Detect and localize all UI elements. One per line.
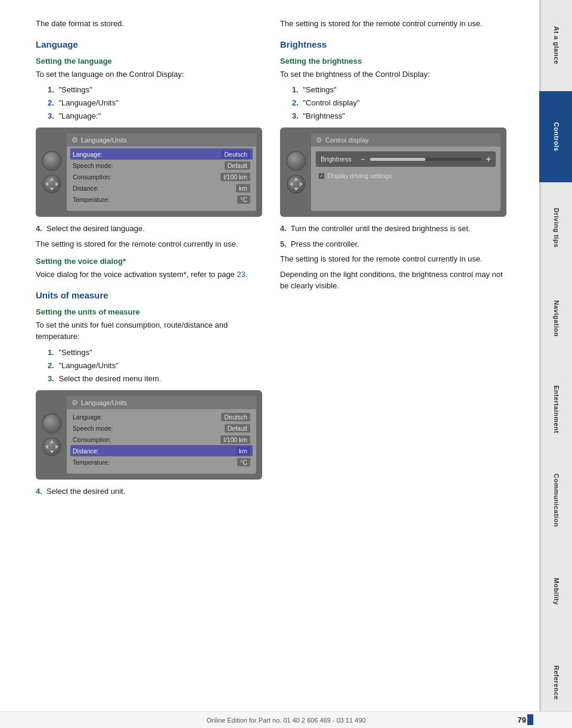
step-num: 1.	[48, 348, 54, 357]
screen-content-2: ⚙ Language/Units Language: Deutsch Speec…	[67, 396, 256, 474]
controller-left-3	[286, 133, 306, 211]
page-number-area: 79	[518, 714, 533, 725]
row-value: Default	[225, 424, 250, 433]
step-num: 1.	[48, 85, 54, 94]
arrow-down-icon	[49, 450, 54, 453]
screen-header: ⚙ Language/Units	[67, 133, 256, 147]
row-label: Speech mode:	[73, 425, 113, 432]
stored-text: The setting is stored for the remote con…	[36, 238, 262, 250]
step-text: "Settings"	[303, 85, 336, 94]
step-text: "Settings"	[58, 85, 92, 94]
controller-dial	[42, 151, 62, 171]
brightness-track	[370, 158, 481, 161]
screen-row: Speech mode: Default	[70, 422, 253, 434]
screen-header-2: ⚙ Language/Units	[67, 396, 256, 409]
controller-left	[42, 133, 62, 211]
brightness-screen: ⚙ Control display Brightness – +	[280, 127, 506, 217]
arrow-left-icon	[45, 182, 48, 186]
row-value: km	[236, 184, 250, 192]
step4-num-b: 4.	[280, 224, 287, 233]
screen-row: Speech mode: Default	[70, 160, 253, 171]
step4-text: 4. Select the desired language.	[36, 223, 262, 235]
brightness-label: Brightness	[321, 155, 356, 163]
row-value: l/100 km	[220, 435, 250, 444]
intro-text: The date format is stored.	[36, 18, 262, 30]
step-num: 3.	[292, 111, 299, 120]
brightness-screen-header: ⚙ Control display	[311, 133, 500, 147]
sidebar-tab-communication[interactable]: Communication	[539, 455, 572, 546]
left-column: The date format is stored. Language Sett…	[36, 18, 262, 710]
controller-arrows-2	[42, 437, 61, 456]
setting-language-subheading: Setting the language	[36, 57, 262, 66]
controller-dial-2	[42, 413, 62, 434]
screen-row: Language: Deutsch	[70, 411, 253, 422]
language-screen: ⚙ Language/Units Language: Deutsch Speec…	[36, 127, 262, 217]
brightness-step4: 4. Turn the controller until the desired…	[280, 223, 506, 235]
screen-content: ⚙ Language/Units Language: Deutsch Speec…	[67, 133, 256, 211]
brightness-intro: To set the brightness of the Control Dis…	[280, 69, 506, 80]
units-steps-list: 1. "Settings" 2. "Language/Units" 3. Sel…	[48, 346, 262, 385]
sidebar-tab-entertainment[interactable]: Entertainment	[539, 364, 572, 455]
row-value: °C	[237, 195, 250, 204]
step-text: "Language:"	[58, 111, 101, 120]
units-screen: ⚙ Language/Units Language: Deutsch Speec…	[36, 390, 262, 480]
checkmark-icon: ✓	[319, 173, 324, 179]
sidebar-tab-at-a-glance[interactable]: At a glance	[539, 0, 572, 91]
arrow-right-icon	[55, 444, 58, 449]
screen-header-title: Language/Units	[81, 136, 127, 144]
step-num: 3.	[48, 111, 54, 120]
screen-rows: Language: Deutsch Speech mode: Default C…	[67, 147, 256, 207]
right-column: The setting is stored for the remote con…	[280, 18, 506, 710]
language-intro: To set the language on the Control Displ…	[36, 69, 262, 80]
arrow-left-icon	[45, 444, 48, 449]
screen-rows-2: Language: Deutsch Speech mode: Default C…	[67, 409, 256, 469]
page-wrapper: The date format is stored. Language Sett…	[0, 0, 572, 728]
sidebar-tab-controls[interactable]: Controls	[539, 91, 572, 182]
list-item: 2. "Language/Units"	[48, 359, 262, 372]
screen-row: Consumption: l/100 km	[70, 171, 253, 182]
step5-num-b: 5.	[280, 239, 287, 248]
step-num: 2.	[292, 98, 299, 107]
sidebar-tab-driving-tips[interactable]: Driving tips	[539, 182, 572, 273]
voice-dialog-subheading: Setting the voice dialog*	[36, 257, 262, 266]
arrow-down-icon	[49, 188, 54, 191]
display-driving-label: Display driving settings	[328, 172, 391, 179]
screen-row: Distance: km	[70, 182, 253, 194]
language-steps-list: 1. "Settings" 2. "Language/Units" 3. "La…	[48, 83, 262, 123]
step4-num: 4.	[36, 224, 42, 233]
arrow-up-icon	[49, 178, 54, 181]
step-num: 1.	[292, 85, 299, 94]
page-link[interactable]: 23	[237, 270, 245, 279]
controller-arrows	[42, 175, 61, 194]
screen-row: Language: Deutsch	[70, 148, 253, 160]
step-num: 2.	[48, 361, 54, 370]
step-num: 2.	[48, 98, 54, 107]
list-item: 1. "Settings"	[48, 346, 262, 359]
units-screen-wrapper: ⚙ Language/Units Language: Deutsch Speec…	[36, 390, 262, 480]
settings-icon-2: ⚙	[72, 399, 78, 407]
step-text: "Brightness"	[303, 111, 345, 120]
page-number: 79	[518, 715, 526, 724]
row-value: km	[236, 447, 250, 455]
sidebar-tab-mobility[interactable]: Mobility	[539, 546, 572, 637]
page-number-bar	[527, 714, 533, 725]
row-label: Language:	[73, 151, 102, 158]
brightness-heading: Brightness	[280, 39, 506, 49]
sidebar-tab-navigation[interactable]: Navigation	[539, 273, 572, 364]
list-item: 1. "Settings"	[292, 83, 506, 97]
list-item: 2. "Language/Units"	[48, 97, 262, 110]
row-label: Distance:	[73, 185, 99, 192]
units-step4: 4. Select the desired unit.	[36, 486, 262, 497]
brightness-steps-list: 1. "Settings" 2. "Control display" 3. "B…	[292, 83, 506, 123]
row-label: Speech mode:	[73, 162, 113, 169]
row-value: Deutsch	[221, 150, 250, 158]
arrow-left-icon	[290, 182, 293, 186]
setting-brightness-subheading: Setting the brightness	[280, 57, 506, 66]
page-footer: Online Edition for Part no. 01 40 2 606 …	[0, 711, 572, 728]
screen-row: Temperature: °C	[70, 456, 253, 468]
language-heading: Language	[36, 39, 262, 49]
brightness-fill	[370, 158, 426, 161]
display-driving-checkbox: ✓	[318, 173, 325, 179]
brightness-screen-content: ⚙ Control display Brightness – +	[311, 133, 500, 211]
brightness-minus-icon: –	[361, 155, 365, 163]
